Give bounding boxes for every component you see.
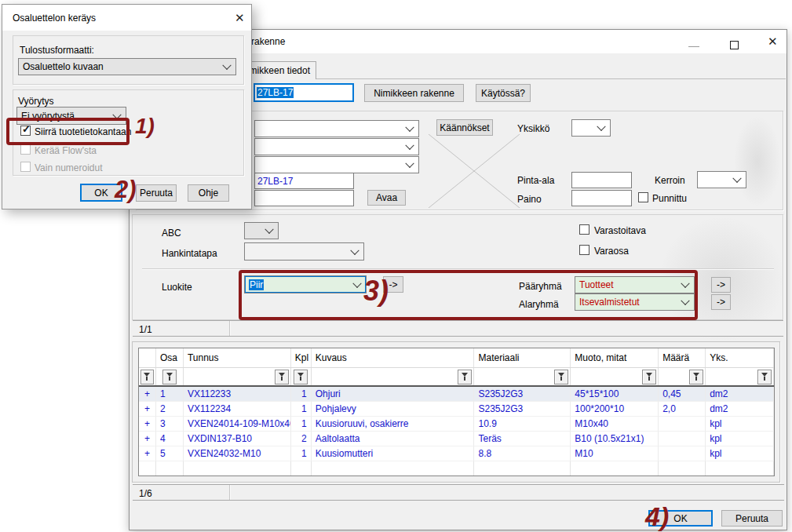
filter-funnel-icon[interactable] bbox=[275, 370, 289, 384]
tab-label: imikkeen tiedot bbox=[247, 65, 310, 76]
filter-funnel-icon[interactable] bbox=[162, 370, 177, 384]
open-button[interactable]: Avaa bbox=[367, 190, 406, 206]
pager-divider bbox=[229, 321, 230, 336]
filter-funnel-icon[interactable] bbox=[458, 370, 472, 384]
sub-group-arrow-button[interactable]: -> bbox=[711, 294, 731, 310]
print-format-value: Osaluettelo kuvaan bbox=[23, 61, 104, 72]
cell: + bbox=[139, 432, 156, 446]
table-row[interactable]: +2VX1122341PohjalevyS235J2G3100*200*102,… bbox=[139, 402, 774, 417]
flow-checkbox bbox=[20, 144, 31, 155]
table-row[interactable]: +3VXEN24014-109-M10x401Kuusioruuvi, osak… bbox=[139, 417, 774, 432]
filter-cell bbox=[184, 368, 291, 385]
description-select-2[interactable] bbox=[254, 138, 419, 155]
cell: 1 bbox=[291, 446, 312, 461]
parts-table[interactable]: OsaTunnusKplKuvausMateriaaliMuoto, mitat… bbox=[138, 348, 775, 476]
header-cell: Kpl bbox=[291, 348, 312, 367]
help-button[interactable]: Ohje bbox=[188, 184, 229, 202]
empty-cell bbox=[291, 461, 312, 476]
numbered-checkbox-label: Vain numeroidut bbox=[35, 162, 103, 173]
cell bbox=[659, 432, 706, 446]
cancel-button[interactable]: Peruuta bbox=[721, 510, 783, 527]
weighed-checkbox[interactable] bbox=[638, 192, 648, 202]
header-cell: Yks. bbox=[706, 348, 774, 367]
pager-top-value: 1/1 bbox=[139, 324, 152, 335]
empty-cell bbox=[571, 461, 659, 476]
spare-part-checkbox[interactable] bbox=[579, 245, 589, 255]
chevron-down-icon bbox=[405, 159, 414, 168]
translations-button[interactable]: Käännökset bbox=[436, 119, 493, 136]
table-row[interactable]: +1VX1122331OhjuriS235J2G345*15*1000,45dm… bbox=[139, 387, 774, 402]
dialog-titlebar: Osaluettelon keräys ✕ bbox=[2, 5, 251, 31]
weight-field[interactable] bbox=[571, 190, 632, 206]
procurement-select[interactable] bbox=[244, 242, 364, 261]
close-icon[interactable]: ✕ bbox=[768, 35, 778, 49]
minimize-icon[interactable] bbox=[688, 46, 699, 47]
table-header-row[interactable]: OsaTunnusKplKuvausMateriaaliMuoto, mitat… bbox=[139, 348, 774, 368]
filter-cell bbox=[312, 368, 475, 385]
cell: Kuusiomutteri bbox=[312, 446, 475, 461]
chevron-down-icon bbox=[732, 174, 741, 183]
abc-select[interactable] bbox=[244, 222, 279, 239]
description-select-1[interactable] bbox=[254, 120, 419, 137]
unit-select[interactable] bbox=[571, 119, 611, 137]
drawing-code-field[interactable]: 27LB-17 bbox=[254, 173, 354, 189]
table-row[interactable]: +4VXDIN137-B102AaltolaattaTeräsB10 (10.5… bbox=[139, 432, 774, 446]
chevron-down-icon bbox=[222, 61, 231, 70]
filter-cell bbox=[571, 368, 659, 385]
cancel-button[interactable]: Peruuta bbox=[136, 184, 177, 202]
cell: 1 bbox=[291, 417, 312, 432]
stockable-checkbox[interactable] bbox=[579, 224, 589, 235]
filter-funnel-icon[interactable] bbox=[294, 370, 308, 384]
record-pager-top: 1/1 bbox=[133, 320, 783, 337]
screen: rakenne ✕ imikkeen tiedot 27LB-17 Nimikk… bbox=[0, 0, 792, 532]
filter-funnel-icon[interactable] bbox=[642, 370, 656, 384]
reference-field[interactable] bbox=[254, 190, 354, 206]
cell: 2 bbox=[156, 402, 184, 417]
cell: Pohjalevy bbox=[312, 402, 475, 417]
filter-funnel-icon[interactable] bbox=[757, 370, 772, 384]
filter-funnel-icon[interactable] bbox=[141, 370, 154, 384]
cell: kpl bbox=[706, 417, 774, 432]
factor-label: Kerroin bbox=[655, 175, 685, 186]
description-select-3[interactable] bbox=[254, 156, 419, 173]
cell: Aaltolaatta bbox=[312, 432, 475, 446]
cell: Teräs bbox=[474, 432, 571, 446]
dialog-title: Osaluettelon keräys bbox=[13, 13, 96, 24]
rollup-label: Vyörytys bbox=[18, 96, 54, 107]
cell: M10 bbox=[571, 446, 659, 461]
close-icon[interactable]: ✕ bbox=[235, 11, 245, 25]
annotation-box-3 bbox=[239, 270, 698, 320]
cell: VX112234 bbox=[184, 402, 291, 417]
cell: 8.8 bbox=[474, 446, 571, 461]
empty-cell bbox=[659, 461, 706, 476]
cell: + bbox=[139, 402, 156, 417]
cell: dm2 bbox=[706, 387, 774, 402]
procurement-label: Hankintatapa bbox=[162, 248, 217, 259]
drawing-code-value: 27LB-17 bbox=[257, 176, 293, 187]
chevron-down-icon bbox=[265, 225, 273, 234]
item-code-field[interactable]: 27LB-17 bbox=[254, 83, 354, 102]
empty-cell bbox=[706, 461, 774, 476]
cell: S235J2G3 bbox=[474, 402, 571, 417]
cell: 2 bbox=[291, 432, 312, 446]
filter-cell bbox=[706, 368, 774, 385]
cell bbox=[659, 446, 706, 461]
in-use-button[interactable]: Käytössä? bbox=[476, 84, 531, 102]
table-row[interactable]: +5VXEN24032-M101Kuusiomutteri8.8M10kpl bbox=[139, 446, 774, 461]
table-filter-row[interactable] bbox=[139, 368, 774, 387]
area-field[interactable] bbox=[571, 172, 632, 188]
print-format-select[interactable]: Osaluettelo kuvaan bbox=[18, 58, 236, 75]
factor-select[interactable] bbox=[697, 171, 746, 188]
cell: 5 bbox=[156, 446, 184, 461]
filter-funnel-icon[interactable] bbox=[554, 370, 568, 384]
cell: VXEN24032-M10 bbox=[184, 446, 291, 461]
maximize-icon[interactable] bbox=[730, 41, 739, 49]
main-group-arrow-button[interactable]: -> bbox=[711, 277, 731, 293]
cell: S235J2G3 bbox=[474, 387, 571, 402]
cell: B10 (10.5x21x1) bbox=[571, 432, 659, 446]
header-cell bbox=[139, 348, 156, 367]
pager-divider bbox=[229, 485, 230, 500]
structure-button[interactable]: Nimikkeen rakenne bbox=[364, 84, 464, 102]
filter-funnel-icon[interactable] bbox=[689, 370, 703, 384]
cell: kpl bbox=[706, 432, 774, 446]
